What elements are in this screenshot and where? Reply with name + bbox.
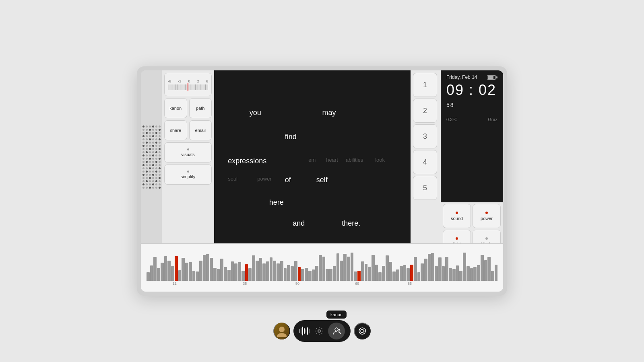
svg-rect-2 xyxy=(299,329,300,333)
timeline-bar xyxy=(357,271,361,280)
speaker-dot xyxy=(149,187,151,189)
speaker-dot xyxy=(152,187,154,189)
speaker-dot xyxy=(142,174,144,176)
speaker-dot xyxy=(155,132,157,134)
num-btn-5[interactable]: 5 xyxy=(413,176,437,200)
speaker-dot xyxy=(149,161,151,163)
battery-icon xyxy=(487,75,497,80)
device-frame: -6 -2 0 2 6 xyxy=(137,66,507,296)
avatar-button[interactable] xyxy=(273,323,290,339)
speaker-dot xyxy=(155,161,157,163)
timeline-track[interactable] xyxy=(147,249,497,281)
email-button[interactable]: email xyxy=(189,120,212,140)
timeline-bar xyxy=(386,255,389,280)
speaker-dot xyxy=(155,174,157,176)
path-button[interactable]: path xyxy=(189,98,212,118)
timeline-label: 50 xyxy=(295,282,299,286)
speaker-dot xyxy=(146,183,148,185)
speaker-dot xyxy=(149,177,151,179)
speaker-dot xyxy=(149,151,151,153)
text-display: you may find expressions em heart abilit… xyxy=(214,70,411,243)
timeline-bar xyxy=(484,260,487,281)
svg-rect-7 xyxy=(307,327,308,335)
timeline-bar xyxy=(463,253,466,281)
speaker-dot xyxy=(142,183,144,185)
speaker-dot xyxy=(152,161,154,163)
timeline-bar xyxy=(431,253,434,280)
svg-rect-4 xyxy=(302,327,303,335)
svg-point-1 xyxy=(277,333,287,337)
settings-button[interactable] xyxy=(314,326,324,336)
timeline-bar xyxy=(477,265,480,281)
timeline-bar xyxy=(203,255,206,280)
simplify-button[interactable]: simplify xyxy=(164,165,212,185)
ctrl-sound-button[interactable]: sound xyxy=(443,204,471,228)
word-and: and xyxy=(293,219,305,228)
speaker-dot xyxy=(159,174,161,176)
timeline-bar xyxy=(315,266,318,280)
word-dim-2: heart xyxy=(326,157,338,163)
timeline-bar xyxy=(351,253,354,281)
timeline-bar xyxy=(438,257,442,281)
timeline-bar xyxy=(242,271,245,281)
ctrl-light-button[interactable]: light xyxy=(443,230,471,243)
timeline-bar xyxy=(259,258,262,281)
timeline-bar xyxy=(234,263,237,281)
visuals-button[interactable]: visuals xyxy=(164,142,212,162)
timeline-bar xyxy=(361,261,364,281)
speaker-dot xyxy=(152,142,154,144)
speaker-dot xyxy=(152,125,154,128)
timeline-bar xyxy=(372,255,375,280)
speaker-dot xyxy=(146,161,148,163)
share-button[interactable]: share xyxy=(164,120,187,140)
timeline-bar xyxy=(238,262,241,280)
person-button[interactable] xyxy=(328,323,345,339)
timeline-bar xyxy=(378,272,382,280)
timeline-bar xyxy=(400,266,403,281)
timeline-bar xyxy=(185,263,188,280)
kanon-button[interactable]: kanon xyxy=(164,98,187,118)
num-btn-1[interactable]: 1 xyxy=(413,73,437,97)
num-btn-2[interactable]: 2 xyxy=(413,99,437,123)
speaker-dot xyxy=(142,151,144,153)
speaker-dot xyxy=(149,167,151,169)
timeline-bar xyxy=(277,263,280,281)
speaker-dot xyxy=(146,129,148,131)
ctrl-power-button[interactable]: power xyxy=(473,204,501,228)
speaker-dot xyxy=(146,187,148,189)
num-btn-3[interactable]: 3 xyxy=(413,124,437,148)
timeline-bar xyxy=(266,261,269,281)
meter-val-2: -2 xyxy=(178,79,181,83)
speaker-dot xyxy=(149,142,151,144)
bottom-bar: kanon xyxy=(273,320,371,342)
timeline-label: 69 xyxy=(355,282,359,286)
speaker-dot xyxy=(142,177,144,179)
speaker-dot xyxy=(146,142,148,144)
timeline-bar xyxy=(343,254,347,280)
num-btn-4[interactable]: 4 xyxy=(413,150,437,174)
speaker-dot xyxy=(149,171,151,173)
speaker-dot xyxy=(155,183,157,185)
speaker-dot xyxy=(152,132,154,134)
speaker-dot xyxy=(146,164,148,166)
speaker-dot xyxy=(159,138,161,140)
speaker-dot xyxy=(152,148,154,150)
speaker-dot xyxy=(152,135,154,137)
timeline-bar xyxy=(224,267,227,280)
at-button[interactable] xyxy=(354,323,371,339)
light-dot xyxy=(456,237,458,240)
timeline-bar xyxy=(326,269,329,281)
timeline-bar xyxy=(287,265,290,280)
timeline-bar xyxy=(312,269,315,280)
right-controls: 1 2 3 4 5 Friday, Feb 14 xyxy=(411,70,503,243)
speaker-dot xyxy=(159,129,161,131)
timeline-bar xyxy=(199,261,202,281)
word-dim-1: em xyxy=(308,157,316,163)
timeline-bar xyxy=(407,268,410,281)
visuals-dot xyxy=(187,148,189,150)
ctrl-blinds-button[interactable]: blinds xyxy=(473,230,501,243)
speaker-dot xyxy=(159,161,161,163)
timeline-bar xyxy=(150,265,153,280)
speaker-dot xyxy=(155,148,157,150)
waveform-button[interactable] xyxy=(299,327,310,335)
